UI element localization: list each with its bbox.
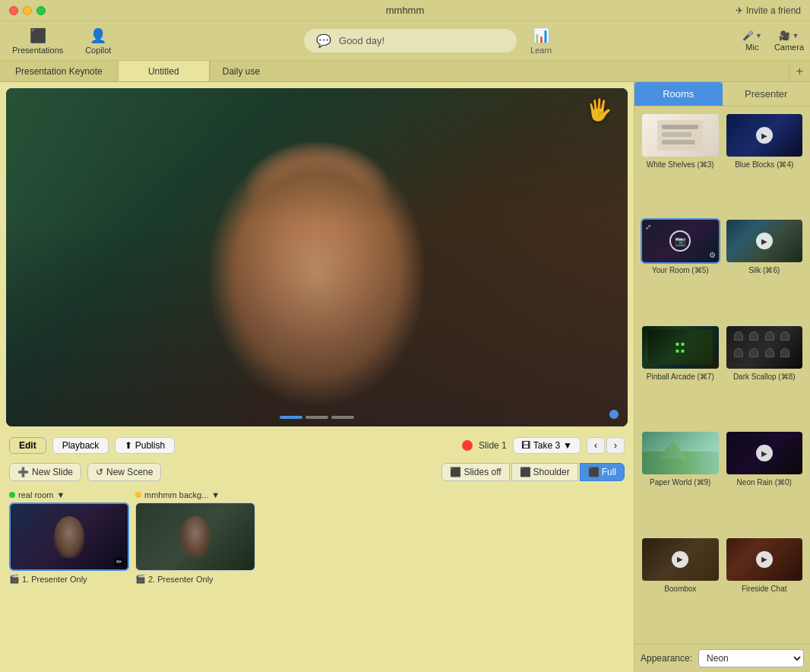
presentations-button[interactable]: ⬛ Presentations	[6, 24, 69, 58]
room-dark-scallop[interactable]: Dark Scallop (⌘8)	[725, 325, 805, 426]
playback-button[interactable]: Playback	[52, 437, 109, 454]
thumb-1-label: 🎬 1. Presenter Only	[9, 574, 129, 584]
edit-button[interactable]: Edit	[9, 437, 46, 454]
room-label-paper-world: Paper World (⌘9)	[641, 478, 720, 487]
room-thumb-white-shelves[interactable]	[641, 113, 720, 158]
thumb-1-arrow: ▼	[56, 490, 65, 499]
new-slide-icon: ➕	[17, 467, 29, 477]
room-neon-rain[interactable]: ▶ Neon Rain (⌘0)	[725, 430, 805, 531]
app-title: mmhmm	[386, 5, 425, 16]
room-thumb-your-room[interactable]: 📷 ⚙ ⤢	[641, 218, 720, 264]
room-thumb-blue-blocks[interactable]: ▶	[725, 113, 805, 158]
tab-presentation-keynote[interactable]: Presentation Keynote	[0, 61, 119, 81]
new-slide-button[interactable]: ➕ New Slide	[9, 463, 81, 481]
room-label-dark-scallop: Dark Scallop (⌘8)	[725, 372, 805, 381]
toolbar-right: 🎤 ▼ Mic 🎥 ▼ Camera	[742, 30, 804, 52]
invite-friend-button[interactable]: ✈ Invite a friend	[736, 5, 801, 16]
thumb-1-person	[54, 516, 84, 558]
room-label-neon-rain: Neon Rain (⌘0)	[725, 478, 805, 487]
fullscreen-button[interactable]	[36, 6, 46, 15]
room-white-shelves[interactable]: White Shelves (⌘3)	[641, 113, 720, 214]
slides-off-icon: ⬛	[450, 467, 461, 477]
titlebar-right: ✈ Invite a friend	[736, 5, 801, 16]
progress-dot-2	[305, 416, 328, 419]
playback-bar: Edit Playback ⬆ Publish Slide 1 🎞 Take 3…	[0, 433, 634, 458]
shoulder-icon: ⬛	[520, 467, 531, 477]
add-tab-button[interactable]: +	[789, 61, 810, 81]
chat-bar[interactable]: 💬 Good day!	[304, 29, 517, 52]
thumbnail-1[interactable]: real room ▼ ✏ 🎬 1. Presenter Only	[9, 490, 129, 584]
left-panel: 🖐 Edit Playback ⬆ Publish Slide 1 🎞 Take…	[0, 82, 634, 672]
room-your-room[interactable]: 📷 ⚙ ⤢ Your Room (⌘5)	[641, 218, 720, 319]
room-thumb-neon-rain[interactable]: ▶	[725, 430, 805, 476]
rooms-tab[interactable]: Rooms	[634, 82, 723, 106]
publish-button[interactable]: ⬆ Publish	[115, 437, 175, 454]
your-room-overlay: 📷	[642, 220, 719, 262]
thumb-1-box[interactable]: ✏	[9, 502, 129, 571]
film-icon: 🎞	[521, 440, 530, 451]
room-thumb-boombox[interactable]: ▶	[641, 537, 720, 582]
room-pinball-arcade[interactable]: ■ ■■ ■ Pinball Arcade (⌘7)	[641, 325, 720, 426]
thumb-1-bg	[11, 504, 128, 569]
copilot-button[interactable]: 👤 Copilot	[75, 24, 121, 58]
tab-daily-use[interactable]: Daily use	[210, 61, 789, 81]
room-bg-pinball: ■ ■■ ■	[642, 326, 719, 369]
appearance-label: Appearance:	[641, 653, 692, 664]
tab-untitled[interactable]: Untitled	[119, 61, 210, 81]
room-bg-white-shelves	[642, 114, 719, 157]
thumb-1-header: real room ▼	[9, 490, 129, 499]
copilot-label: Copilot	[85, 46, 111, 55]
room-bg-your-room: 📷 ⚙ ⤢	[642, 220, 719, 262]
camera-circle-icon: 📷	[669, 230, 691, 252]
minimize-button[interactable]	[23, 6, 32, 15]
room-bg-dark-scallop	[726, 326, 803, 369]
learn-button[interactable]: 📊 Learn	[523, 24, 559, 58]
slides-off-button[interactable]: ⬛ Slides off	[441, 463, 509, 481]
play-icon-neon-rain: ▶	[756, 445, 773, 461]
thumbnail-2[interactable]: mmhmm backg... ▼ 🎬 2. Presenter Only	[135, 490, 255, 584]
person-video	[6, 88, 628, 426]
next-slide-button[interactable]: ›	[606, 437, 625, 454]
room-label-boombox: Boombox	[641, 585, 720, 593]
room-label-pinball: Pinball Arcade (⌘7)	[641, 372, 720, 381]
mic-button[interactable]: 🎤 ▼ Mic	[742, 30, 762, 52]
camera-button[interactable]: 🎥 ▼ Camera	[774, 30, 804, 52]
camera-label: Camera	[774, 43, 804, 52]
thumb-2-bg	[136, 503, 255, 570]
room-bg-fireside-chat: ▶	[726, 538, 803, 581]
room-label-silk: Silk (⌘6)	[725, 266, 805, 274]
room-blue-blocks[interactable]: ▶ Blue Blocks (⌘4)	[725, 113, 805, 214]
new-scene-button[interactable]: ↺ New Scene	[87, 463, 161, 481]
room-silk[interactable]: ▶ Silk (⌘6)	[725, 218, 805, 319]
shoulder-button[interactable]: ⬛ Shoulder	[511, 463, 578, 481]
room-fireside-chat[interactable]: ▶ Fireside Chat	[725, 537, 805, 638]
titlebar: mmhmm ✈ Invite a friend	[0, 0, 810, 21]
room-thumb-dark-scallop[interactable]	[725, 325, 805, 370]
take-button[interactable]: 🎞 Take 3 ▼	[513, 437, 581, 454]
presenter-tab[interactable]: Presenter	[723, 82, 811, 106]
play-icon-fireside-chat: ▶	[756, 551, 773, 568]
room-boombox[interactable]: ▶ Boombox	[641, 537, 720, 638]
room-thumb-fireside-chat[interactable]: ▶	[725, 537, 805, 582]
nav-arrows: ‹ ›	[587, 437, 625, 454]
scene-bar: ➕ New Slide ↺ New Scene ⬛ Slides off ⬛ S…	[0, 458, 634, 486]
appearance-select[interactable]: Neon Natural Dramatic	[698, 649, 804, 667]
thumb-2-arrow: ▼	[211, 490, 220, 499]
close-button[interactable]	[9, 6, 18, 15]
appearance-row: Appearance: Neon Natural Dramatic	[634, 644, 810, 672]
copilot-icon: 👤	[90, 27, 106, 44]
room-thumb-pinball[interactable]: ■ ■■ ■	[641, 325, 720, 370]
room-bg-boombox: ▶	[642, 538, 719, 581]
full-button[interactable]: ⬛ Full	[580, 463, 625, 481]
thumb-2-box[interactable]	[135, 502, 255, 571]
learn-label: Learn	[530, 46, 552, 55]
prev-slide-button[interactable]: ‹	[587, 437, 605, 454]
mic-icon: 🎤	[742, 30, 754, 41]
publish-icon: ⬆	[125, 440, 134, 451]
mic-label: Mic	[745, 43, 758, 52]
room-thumb-silk[interactable]: ▶	[725, 218, 805, 264]
room-thumb-paper-world[interactable]	[641, 430, 720, 476]
room-label-blue-blocks: Blue Blocks (⌘4)	[725, 160, 805, 169]
traffic-lights	[9, 6, 46, 15]
room-paper-world[interactable]: Paper World (⌘9)	[641, 430, 720, 531]
